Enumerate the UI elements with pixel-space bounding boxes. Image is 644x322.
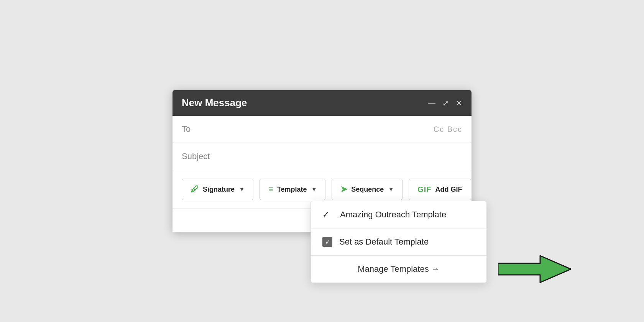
window-title: New Message <box>182 97 247 109</box>
signature-label: Signature <box>203 186 235 194</box>
expand-button[interactable]: ⤢ <box>442 99 449 108</box>
subject-label: Subject <box>182 151 210 161</box>
check-icon: ✓ <box>322 210 333 220</box>
to-label: To <box>182 124 191 134</box>
signature-button[interactable]: 🖊 Signature ▼ <box>182 179 253 200</box>
compose-window: New Message — ⤢ ✕ To Cc Bcc Subject 🖊 Si… <box>172 90 472 232</box>
signature-icon: 🖊 <box>191 184 199 194</box>
template-option-amazing[interactable]: ✓ Amazing Outreach Template <box>311 201 486 228</box>
svg-marker-0 <box>498 256 571 283</box>
sequence-label: Sequence <box>351 186 384 194</box>
close-button[interactable]: ✕ <box>456 99 462 108</box>
manage-templates-label: Manage Templates → <box>358 264 440 274</box>
signature-chevron-icon: ▼ <box>239 186 245 192</box>
sequence-chevron-icon: ▼ <box>388 186 394 192</box>
set-default-label: Set as Default Template <box>339 237 429 247</box>
template-option-amazing-label: Amazing Outreach Template <box>340 210 446 220</box>
template-icon: ≡ <box>268 184 273 194</box>
to-field-row: To Cc Bcc <box>172 116 472 143</box>
minimize-button[interactable]: — <box>428 99 435 107</box>
set-default-template-option[interactable]: ✓ Set as Default Template <box>311 228 486 255</box>
arrow-annotation <box>498 252 571 286</box>
template-label: Template <box>277 186 307 194</box>
title-bar: New Message — ⤢ ✕ <box>172 90 472 116</box>
template-dropdown: ✓ Amazing Outreach Template ✓ Set as Def… <box>310 201 487 283</box>
window-controls: — ⤢ ✕ <box>428 99 462 108</box>
subject-field-row: Subject <box>172 143 472 170</box>
checkbox-checked-icon: ✓ <box>322 237 332 247</box>
template-chevron-icon: ▼ <box>311 186 317 192</box>
cc-bcc-label[interactable]: Cc Bcc <box>434 125 462 134</box>
template-button[interactable]: ≡ Template ▼ <box>260 179 325 200</box>
add-gif-label: Add GIF <box>435 186 462 194</box>
gif-icon: GIF <box>417 185 431 194</box>
green-arrow-icon <box>498 252 571 286</box>
manage-templates-option[interactable]: Manage Templates → <box>311 255 486 283</box>
toolbar: 🖊 Signature ▼ ≡ Template ▼ ➤ Sequence ▼ … <box>172 170 472 209</box>
sequence-icon: ➤ <box>340 184 347 194</box>
sequence-button[interactable]: ➤ Sequence ▼ <box>332 179 402 200</box>
add-gif-button[interactable]: GIF Add GIF <box>409 179 471 200</box>
